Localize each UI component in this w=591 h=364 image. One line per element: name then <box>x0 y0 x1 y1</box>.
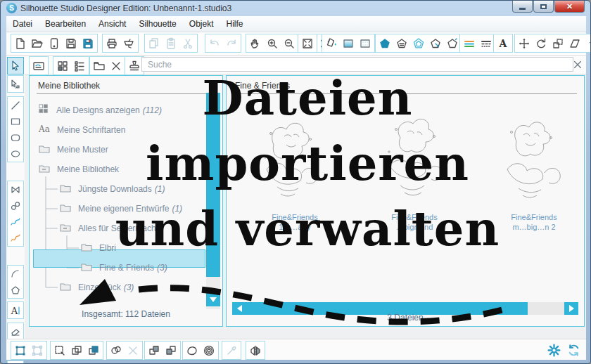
menu-objekt[interactable]: Objekt <box>183 19 220 29</box>
menu-datei[interactable]: Datei <box>6 19 39 29</box>
shape-fill-icon[interactable] <box>376 35 393 52</box>
close-button[interactable]: ✕ <box>554 1 585 13</box>
file-thumbnail[interactable]: Fine&Friends1-b…arty <box>242 103 348 232</box>
zoom-in-icon[interactable] <box>264 35 281 52</box>
weld-icon[interactable] <box>108 342 125 359</box>
print-icon[interactable] <box>103 35 120 52</box>
pan-icon[interactable] <box>247 35 264 52</box>
dropdown-icon[interactable] <box>583 35 591 52</box>
chevron-down-icon <box>210 297 217 302</box>
ungroup-icon[interactable] <box>29 342 46 359</box>
select-all-icon[interactable] <box>51 342 68 359</box>
eraser-icon[interactable] <box>8 323 23 339</box>
text-icon[interactable]: A <box>8 302 23 318</box>
shape-style-icon[interactable] <box>393 35 410 52</box>
shape-trace-icon[interactable] <box>427 35 444 52</box>
edit-points-icon[interactable] <box>8 76 23 92</box>
send-to-silhouette-icon[interactable] <box>120 35 137 52</box>
duplicate-icon[interactable] <box>68 342 85 359</box>
menu-silhouette[interactable]: Silhouette <box>132 19 182 29</box>
send-backward-icon[interactable] <box>163 342 179 359</box>
grid-view-icon[interactable] <box>54 58 71 74</box>
maximize-button[interactable] <box>533 1 554 13</box>
panels-icon[interactable] <box>30 58 47 74</box>
copy-icon[interactable] <box>146 35 163 52</box>
library-item-einzelstueck[interactable]: Einzelstück(3) <box>59 278 134 297</box>
shape-offset-icon[interactable] <box>410 35 427 52</box>
new-document-icon[interactable] <box>12 35 29 52</box>
library-scrollbar-thumb[interactable] <box>206 93 220 277</box>
concentric-icon[interactable] <box>201 342 217 359</box>
library-item-fine-friends[interactable]: Fine & Friends(3) <box>80 259 167 277</box>
delete-icon[interactable] <box>108 58 125 74</box>
ellipse-icon[interactable] <box>8 145 23 162</box>
move-icon[interactable] <box>516 35 533 52</box>
minimize-icon <box>519 8 526 10</box>
smooth-freehand-icon[interactable] <box>8 230 23 246</box>
save-to-library-icon[interactable] <box>80 35 96 52</box>
redo-icon[interactable] <box>223 35 240 52</box>
library-scrollbar[interactable] <box>206 93 220 309</box>
menu-hilfe[interactable]: Hilfe <box>220 19 249 29</box>
eyedropper-icon[interactable] <box>223 342 240 359</box>
subtract-icon[interactable] <box>125 342 141 359</box>
shape-outline-icon[interactable] <box>444 35 461 52</box>
library-item-own-designs[interactable]: Meine eigenen Entwürfe(1) <box>59 200 182 218</box>
open-icon[interactable] <box>29 35 46 52</box>
rectangle-icon[interactable] <box>8 113 23 129</box>
settings-gear-icon[interactable] <box>545 342 562 358</box>
library-item-downloads[interactable]: Jüngste Downloads(1) <box>59 180 165 198</box>
sync-icon[interactable] <box>565 342 582 358</box>
file-thumbnail[interactable]: Fine&Friendsm…big…n 2 <box>481 103 587 232</box>
stamp-icon[interactable] <box>126 58 143 74</box>
library-scroll-down-button[interactable] <box>206 292 220 306</box>
library-item-my-library[interactable]: Meine Bibliothek <box>38 160 122 178</box>
library-close-button[interactable] <box>571 58 585 72</box>
fit-to-page-icon[interactable] <box>299 35 316 52</box>
list-view-icon[interactable] <box>71 58 88 74</box>
duplicate-fill-icon[interactable] <box>85 342 102 359</box>
content-header: Fine & Friends <box>235 81 290 91</box>
menu-bearbeiten[interactable]: Bearbeiten <box>39 19 92 29</box>
offset-icon[interactable] <box>184 342 201 359</box>
library-item-selbermacher[interactable]: Alles für Selbermacher <box>59 219 166 238</box>
fill-bucket-icon[interactable] <box>323 35 340 52</box>
library-item-all-designs[interactable]: Alle Designs anzeigen(112) <box>38 101 162 119</box>
cut-icon[interactable] <box>179 35 196 52</box>
regular-polygon-icon[interactable] <box>8 282 23 298</box>
svg-text:A: A <box>11 305 18 316</box>
search-input[interactable] <box>141 57 573 72</box>
arc-icon[interactable] <box>8 266 23 282</box>
library-item-patterns[interactable]: Meine Muster <box>38 141 111 159</box>
paste-icon[interactable] <box>163 35 179 52</box>
group-icon[interactable] <box>12 342 29 359</box>
line-color-icon[interactable] <box>461 35 478 52</box>
fill-gradient-icon[interactable] <box>340 35 357 52</box>
flip-icon[interactable] <box>247 342 264 359</box>
curve-icon[interactable] <box>8 197 23 214</box>
select-icon[interactable] <box>8 58 23 74</box>
bring-forward-icon[interactable] <box>146 342 163 359</box>
freehand-icon[interactable] <box>8 214 23 230</box>
polygon-icon[interactable] <box>8 181 23 197</box>
fill-pattern-icon[interactable] <box>357 35 374 52</box>
file-thumbnail[interactable]: Fine&Friends…bigr…nd <box>362 103 467 232</box>
rotate-icon[interactable] <box>533 35 549 52</box>
scale-icon[interactable] <box>549 35 566 52</box>
rounded-rectangle-icon[interactable] <box>8 129 23 145</box>
page-setup-icon[interactable] <box>46 35 63 52</box>
library-item-fonts[interactable]: Aa Meine Schriftarten <box>38 121 128 139</box>
minimize-button[interactable] <box>512 1 533 13</box>
new-folder-icon[interactable] <box>91 58 108 74</box>
shear-icon[interactable] <box>566 35 583 52</box>
line-style-icon[interactable] <box>478 35 495 52</box>
text-style-icon[interactable]: A <box>495 35 511 52</box>
save-icon[interactable] <box>63 35 80 52</box>
library-item-elbri[interactable]: Elbri <box>80 239 119 257</box>
menu-ansicht[interactable]: Ansicht <box>92 19 132 29</box>
page-icon[interactable] <box>8 361 23 364</box>
line-icon[interactable] <box>8 97 23 113</box>
zoom-out-icon[interactable] <box>281 35 298 52</box>
undo-icon[interactable] <box>206 35 223 52</box>
folder-icon <box>59 182 72 197</box>
